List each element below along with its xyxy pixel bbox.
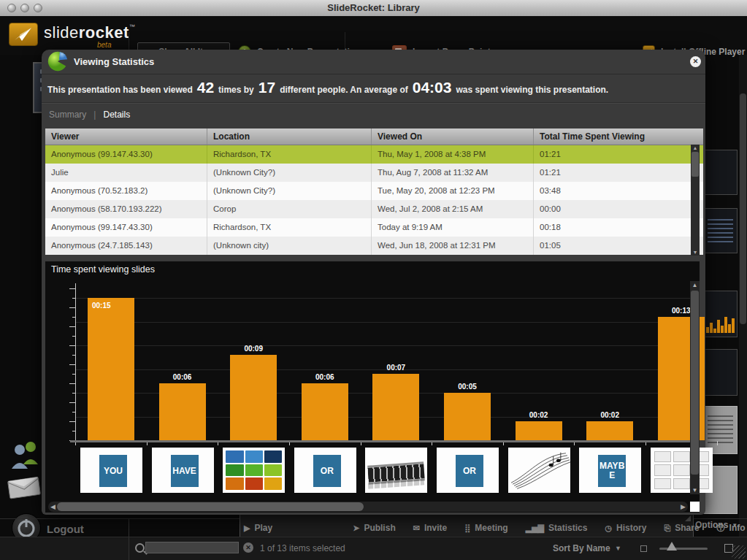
axis-tick [69, 326, 75, 327]
table-scrollbar-thumb[interactable] [692, 152, 699, 177]
bar-value-label: 00:05 [444, 383, 491, 391]
tab-details[interactable]: Details [103, 110, 130, 120]
statistics-pie-icon [47, 50, 69, 72]
logout-button[interactable]: Logout [47, 523, 84, 535]
bar-value-label: 00:06 [302, 373, 348, 381]
chart-vertical-scrollbar[interactable]: ▲ ▼ [690, 281, 700, 494]
chart-vscrollbar-thumb[interactable] [691, 291, 699, 475]
share-icon: ⎘ [664, 523, 670, 533]
slide-thumbnail[interactable] [651, 448, 713, 493]
slide-thumbnail[interactable] [365, 448, 427, 493]
viewer-cell: Julie [45, 164, 207, 182]
axis-tick [72, 393, 75, 394]
column-header-time[interactable]: Total Time Spent Viewing [534, 129, 703, 145]
scroll-right-icon[interactable]: ▶ [681, 503, 686, 510]
sketch-grid [654, 451, 709, 489]
history-button[interactable]: ◷History [605, 523, 646, 533]
slide-thumbnail[interactable] [508, 448, 570, 493]
options-button[interactable]: Options ▼ [695, 520, 738, 530]
logo-trademark: ™ [129, 23, 136, 30]
table-row[interactable]: Anonymous (58.170.193.222)CoropWed, Jul … [45, 200, 703, 218]
slide-thumbnail[interactable]: HAVE [152, 448, 214, 493]
bar-slide-6 [444, 393, 491, 440]
slide-thumbnail[interactable] [223, 448, 285, 493]
library-scrollbar-thumb[interactable] [740, 93, 746, 324]
library-thumbnail[interactable] [703, 208, 738, 253]
meeting-icon: ⣿ [464, 523, 470, 533]
slide-thumbnail[interactable]: OR [294, 448, 356, 493]
tab-separator: | [93, 110, 96, 120]
chart-hscrollbar-thumb[interactable] [57, 502, 364, 511]
average-time-value: 04:03 [413, 79, 452, 96]
axis-tick [72, 431, 75, 431]
time-cell: 01:21 [534, 164, 703, 182]
axis-tick [69, 402, 75, 403]
slide-thumbnail[interactable]: YOU [80, 448, 142, 493]
dialog-title: Viewing Statistics [74, 56, 154, 67]
chevron-down-icon[interactable]: ▼ [615, 545, 621, 552]
column-header-viewer[interactable]: Viewer [45, 129, 207, 145]
bar-slide-2 [159, 383, 206, 440]
invite-button[interactable]: ✉Invite [413, 523, 448, 533]
axis-tick [69, 345, 75, 346]
zoom-out-icon[interactable] [640, 545, 647, 552]
scroll-up-icon[interactable]: ▲ [690, 282, 700, 288]
close-icon[interactable]: ✕ [690, 56, 701, 67]
meeting-button[interactable]: ⣿Meeting [464, 523, 507, 533]
statistics-label: Statistics [548, 523, 587, 533]
column-header-location[interactable]: Location [207, 129, 372, 145]
chart-gridline [76, 298, 690, 299]
table-row[interactable]: Anonymous (99.147.43.30)Richardson, TXTo… [45, 218, 703, 237]
publish-button[interactable]: ➤Publish [353, 523, 396, 533]
total-views-value: 42 [197, 79, 214, 96]
location-cell: (Unknown city) [207, 237, 372, 255]
sort-dropdown[interactable]: Sort By Name [553, 543, 610, 553]
contacts-icon[interactable] [10, 440, 42, 475]
slide-title-block: HAVE [171, 455, 199, 487]
tab-summary[interactable]: Summary [49, 110, 86, 120]
time-cell: 01:05 [534, 237, 703, 255]
viewer-cell: Anonymous (99.147.43.30) [45, 145, 207, 164]
chart-horizontal-scrollbar[interactable]: ◀ ▶ [48, 502, 688, 512]
table-row[interactable]: Julie(Unknown City?)Thu, Aug 7, 2008 at … [45, 164, 703, 182]
scroll-down-icon[interactable]: ▼ [690, 487, 700, 494]
table-scrollbar[interactable]: ▲ ▼ [691, 145, 700, 256]
share-button[interactable]: ⎘Share [664, 523, 699, 533]
table-row[interactable]: Anonymous (24.7.185.143)(Unknown city)We… [45, 237, 703, 255]
viewers-table: Viewer Location Viewed On Total Time Spe… [45, 129, 703, 256]
library-thumbnail[interactable] [703, 291, 738, 337]
mail-icon[interactable] [6, 472, 45, 503]
clear-search-icon[interactable]: ✕ [243, 542, 253, 553]
location-cell: Corop [207, 200, 372, 218]
location-cell: (Unknown City?) [207, 164, 372, 182]
library-thumbnail[interactable] [703, 150, 738, 195]
table-row[interactable]: Anonymous (99.147.43.30)Richardson, TXTh… [45, 145, 703, 164]
viewer-cell: Anonymous (70.52.183.2) [45, 182, 207, 200]
bar-value-label: 00:09 [230, 345, 277, 353]
search-icon [135, 543, 145, 553]
table-header-row: Viewer Location Viewed On Total Time Spe… [45, 129, 703, 145]
time-spent-chart-panel: Time spent viewing slides 00:1500:0600:0… [45, 261, 700, 513]
beta-label: beta [97, 41, 111, 49]
search-input[interactable] [145, 542, 239, 553]
column-header-viewed-on[interactable]: Viewed On [372, 129, 534, 145]
viewer-cell: Anonymous (58.170.193.222) [45, 200, 207, 218]
statistics-button[interactable]: ▂▅▇Statistics [526, 523, 588, 533]
bar-value-label: 00:06 [159, 373, 206, 381]
slide-title-block: MAYBE [598, 455, 626, 487]
scroll-left-icon[interactable]: ◀ [50, 503, 55, 510]
logo-bold: rocket [79, 23, 129, 42]
table-row[interactable]: Anonymous (70.52.183.2)(Unknown City?)Tu… [45, 182, 703, 200]
scroll-down-icon[interactable]: ▼ [691, 250, 700, 255]
slide-thumbnail[interactable]: MAYBE [579, 448, 641, 493]
stats-text: different people. An average of [280, 85, 408, 95]
play-button[interactable]: ▶Play [244, 523, 272, 533]
dialog-header: Viewing Statistics ✕ [42, 50, 705, 74]
scroll-up-icon[interactable]: ▲ [691, 145, 700, 150]
slide-thumbnail[interactable]: OR [437, 448, 499, 493]
window-resize-grip[interactable] [732, 545, 746, 559]
stats-summary-sentence: This presentation has been viewed 42 tim… [47, 79, 700, 96]
library-thumbnail[interactable] [703, 349, 738, 396]
axis-tick [69, 383, 75, 384]
zoom-slider-thumb[interactable] [667, 542, 677, 551]
